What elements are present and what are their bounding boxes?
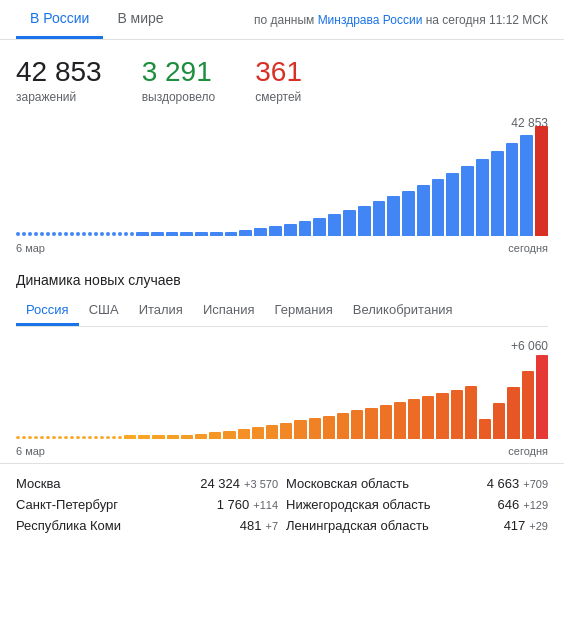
recovered-value: 3 291 <box>142 56 216 88</box>
bar <box>76 232 80 236</box>
region-delta: +29 <box>529 520 548 532</box>
region-row: Нижегородская область646+129 <box>286 497 548 512</box>
bar <box>417 185 430 236</box>
deaths-value: 361 <box>255 56 302 88</box>
deaths-label: смертей <box>255 90 302 104</box>
tab-world[interactable]: В мире <box>103 0 177 39</box>
bar <box>28 232 32 236</box>
bar <box>520 135 533 236</box>
region-delta: +3 570 <box>244 478 278 490</box>
bar <box>34 232 38 236</box>
source-info: по данным Минздрава России на сегодня 11… <box>254 13 548 27</box>
bar <box>46 232 50 236</box>
bar <box>351 410 363 439</box>
bar <box>130 232 134 236</box>
chart1-labels: 6 мар сегодня <box>16 240 548 256</box>
region-row: Республика Коми481+7 <box>16 518 278 533</box>
bar <box>195 434 207 439</box>
stat-deaths: 361 смертей <box>255 56 302 104</box>
country-tab-испания[interactable]: Испания <box>193 296 265 326</box>
chart1-label-right: сегодня <box>508 242 548 254</box>
region-name: Нижегородская область <box>286 497 431 512</box>
bar <box>269 226 282 236</box>
chart1-section: 42 853 6 мар сегодня <box>0 112 564 260</box>
bar <box>180 232 193 236</box>
bar <box>299 221 312 236</box>
bar <box>106 232 110 236</box>
region-right: 417+29 <box>504 518 548 533</box>
bar <box>387 196 400 236</box>
bar <box>223 431 235 439</box>
source-link[interactable]: Минздрава России <box>318 13 423 27</box>
region-count: 417 <box>504 518 526 533</box>
bar <box>266 425 278 439</box>
bar <box>124 435 136 439</box>
bar <box>124 232 128 236</box>
country-tabs: РоссияСШАИталияИспанияГерманияВеликобрит… <box>16 296 548 327</box>
region-count: 481 <box>240 518 262 533</box>
bar <box>181 435 193 439</box>
bar <box>284 224 297 236</box>
bar <box>343 210 356 236</box>
country-tab-сша[interactable]: США <box>79 296 129 326</box>
bar <box>100 436 104 439</box>
dynamics-section: Динамика новых случаев РоссияСШАИталияИс… <box>0 260 564 339</box>
country-tab-россия[interactable]: Россия <box>16 296 79 326</box>
bar <box>402 191 415 236</box>
region-delta: +709 <box>523 478 548 490</box>
country-tab-великобритания[interactable]: Великобритания <box>343 296 463 326</box>
region-row: Москва24 324+3 570 <box>16 476 278 491</box>
region-count: 646 <box>498 497 520 512</box>
bar <box>40 436 44 439</box>
region-right: 481+7 <box>240 518 278 533</box>
bar <box>476 159 489 236</box>
chart2-label-left: 6 мар <box>16 445 45 457</box>
tabs-left: В России В мире <box>16 0 178 39</box>
stats-section: 42 853 заражений 3 291 выздоровело 361 с… <box>0 40 564 112</box>
region-name: Санкт-Петербург <box>16 497 118 512</box>
bar <box>70 232 74 236</box>
bar <box>238 429 250 439</box>
tab-russia[interactable]: В России <box>16 0 103 39</box>
country-tab-италия[interactable]: Италия <box>129 296 193 326</box>
bar <box>422 396 434 439</box>
bar <box>152 435 164 439</box>
bar <box>491 151 504 236</box>
source-prefix: по данным <box>254 13 318 27</box>
bar <box>394 402 406 439</box>
bar <box>16 232 20 236</box>
bar <box>195 232 208 236</box>
bar <box>479 419 491 439</box>
region-right: 24 324+3 570 <box>200 476 278 491</box>
region-count: 4 663 <box>487 476 520 491</box>
bar <box>112 436 116 439</box>
bar <box>446 173 459 236</box>
stat-infected: 42 853 заражений <box>16 56 102 104</box>
bar <box>373 201 386 236</box>
chart2 <box>16 343 548 443</box>
top-navigation: В России В мире по данным Минздрава Росс… <box>0 0 564 40</box>
bar <box>365 408 377 439</box>
source-suffix: на сегодня 11:12 МСК <box>422 13 548 27</box>
bar <box>46 436 50 439</box>
dynamics-title: Динамика новых случаев <box>16 272 548 288</box>
bar <box>22 232 26 236</box>
region-name: Республика Коми <box>16 518 121 533</box>
bar <box>294 420 306 439</box>
bar <box>64 436 68 439</box>
region-delta: +129 <box>523 499 548 511</box>
bar <box>88 232 92 236</box>
region-name: Москва <box>16 476 60 491</box>
region-right: 4 663+709 <box>487 476 548 491</box>
chart1 <box>16 120 548 240</box>
bar <box>112 232 116 236</box>
region-row: Ленинградская область417+29 <box>286 518 548 533</box>
bar <box>100 232 104 236</box>
chart2-section: +6 060 6 мар сегодня <box>0 339 564 463</box>
region-right: 646+129 <box>498 497 548 512</box>
bar <box>252 427 264 439</box>
bar <box>40 232 44 236</box>
bar <box>52 232 56 236</box>
country-tab-германия[interactable]: Германия <box>265 296 343 326</box>
region-name: Московская область <box>286 476 409 491</box>
